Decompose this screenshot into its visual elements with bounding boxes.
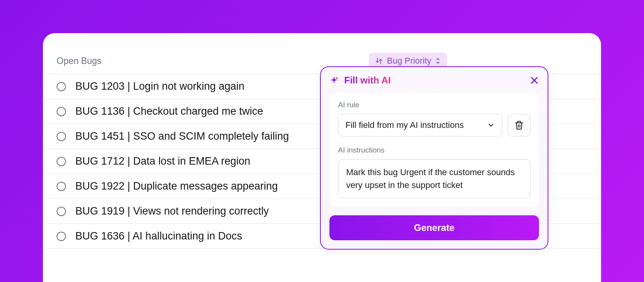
bug-title: BUG 1712 | Data lost in EMEA region	[75, 155, 250, 167]
popover-form-card: AI rule Fill field from my AI instructio…	[329, 93, 539, 207]
ai-rule-row: Fill field from my AI instructions	[338, 114, 530, 137]
sparkle-icon	[329, 76, 339, 85]
bug-title: BUG 1451 | SSO and SCIM completely faili…	[75, 130, 289, 142]
list-title: Open Bugs	[57, 56, 101, 66]
bug-title: BUG 1919 | Views not rendering correctly	[75, 205, 269, 217]
ai-instructions-input[interactable]: Mark this bug Urgent if the customer sou…	[338, 159, 530, 198]
close-icon[interactable]	[530, 76, 539, 85]
priority-label: Bug Priority	[387, 56, 431, 66]
popover-header: Fill with AI	[329, 75, 539, 86]
bug-title: BUG 1203 | Login not working again	[75, 80, 244, 92]
radio-icon[interactable]	[57, 182, 66, 191]
radio-icon[interactable]	[57, 207, 66, 216]
bug-title: BUG 1136 | Checkout charged me twice	[75, 105, 263, 117]
trash-icon	[514, 121, 524, 130]
ai-rule-select[interactable]: Fill field from my AI instructions	[338, 114, 502, 137]
radio-icon[interactable]	[57, 132, 66, 141]
generate-button[interactable]: Generate	[329, 215, 539, 240]
delete-rule-button[interactable]	[508, 114, 530, 137]
ai-instructions-label: AI instructions	[338, 146, 530, 154]
chevron-down-icon	[487, 121, 495, 129]
radio-icon[interactable]	[57, 82, 66, 91]
radio-icon[interactable]	[57, 232, 66, 241]
bug-title: BUG 1922 | Duplicate messages appearing	[75, 180, 278, 192]
swap-icon	[375, 57, 383, 65]
sort-updown-icon	[435, 57, 441, 64]
radio-icon[interactable]	[57, 157, 66, 166]
radio-icon[interactable]	[57, 107, 66, 116]
ai-rule-value: Fill field from my AI instructions	[345, 120, 464, 130]
ai-rule-label: AI rule	[338, 101, 530, 109]
popover-title: Fill with AI	[344, 75, 391, 86]
bug-title: BUG 1636 | AI hallucinating in Docs	[75, 230, 242, 242]
fill-with-ai-popover: Fill with AI AI rule Fill field from my …	[320, 66, 548, 250]
